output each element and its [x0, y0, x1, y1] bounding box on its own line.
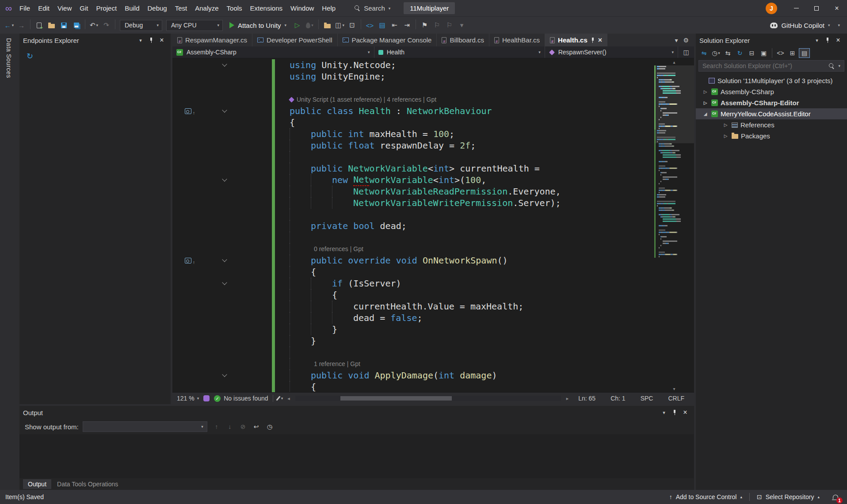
menu-window[interactable]: Window: [286, 0, 318, 16]
tab-package-manager-console[interactable]: Package Manager Console: [338, 34, 437, 46]
code-cleanup-button[interactable]: ▾: [278, 396, 283, 401]
menu-debug[interactable]: Debug: [143, 0, 171, 16]
code-line[interactable]: [172, 82, 654, 94]
tab-healthbar-cs[interactable]: HealthBar.cs: [489, 34, 545, 46]
pin-icon[interactable]: [669, 410, 680, 415]
save-all-icon[interactable]: [71, 19, 82, 31]
code-line[interactable]: 1 reference | Gpt: [172, 358, 654, 370]
code-line[interactable]: }: [172, 324, 654, 335]
minimap[interactable]: [654, 65, 694, 385]
chevron-down-icon[interactable]: ▾: [812, 38, 822, 43]
view-code-icon[interactable]: <>: [364, 19, 375, 31]
add-to-source-control-button[interactable]: ↑ Add to Source Control ▴: [665, 493, 747, 500]
toolbar-overflow-icon[interactable]: ▾: [838, 23, 840, 27]
menu-help[interactable]: Help: [318, 0, 340, 16]
code-line[interactable]: {: [172, 381, 654, 392]
menu-edit[interactable]: Edit: [34, 0, 53, 16]
view-designer-icon[interactable]: ▤: [377, 19, 388, 31]
chevron-down-icon[interactable]: ▾: [135, 38, 146, 43]
tree-item-assembly-csharp-editor[interactable]: ▷Assembly-CSharp-Editor: [696, 97, 847, 108]
active-files-dropdown-icon[interactable]: ▾: [675, 37, 678, 44]
pin-icon[interactable]: [146, 38, 156, 43]
code-line[interactable]: NetworkVariableWritePermission.Server);: [172, 197, 654, 209]
history-icon[interactable]: ◷: [264, 422, 275, 431]
spaces-indicator[interactable]: SPC: [635, 395, 659, 402]
code-line[interactable]: dead = false;: [172, 312, 654, 324]
code-line[interactable]: public NetworkVariable<int> currentHealt…: [172, 163, 654, 174]
code-line[interactable]: 0 references | Gpt: [172, 243, 654, 255]
code-pane[interactable]: using Unity.Netcode;using UnityEngine;Un…: [172, 58, 654, 392]
tab-settings-gear-icon[interactable]: ⚙: [683, 37, 689, 44]
tab-billboard-cs[interactable]: Billboard.cs: [437, 34, 489, 46]
view-code-icon[interactable]: <>: [775, 48, 786, 58]
tree-item-solution-11multiplayer-3-of-3-projects-[interactable]: Solution '11Multiplayer' (3 of 3 project…: [696, 75, 847, 86]
member-dropdown[interactable]: RespawnServer() ▾: [545, 46, 678, 58]
menu-git[interactable]: Git: [76, 0, 92, 16]
code-line[interactable]: using UnityEngine;: [172, 71, 654, 82]
data-sources-tab[interactable]: Data Sources: [5, 38, 12, 490]
fold-chevron-icon[interactable]: [222, 107, 227, 112]
issues-indicator[interactable]: ✓ No issues found: [214, 395, 268, 402]
show-all-files-icon[interactable]: ⊞: [787, 48, 798, 58]
solution-search-box[interactable]: ▾: [698, 60, 844, 72]
refresh-icon[interactable]: ↻: [734, 48, 745, 58]
horizontal-scrollbar[interactable]: [295, 396, 561, 401]
scroll-right-icon[interactable]: ▸: [566, 396, 569, 401]
close-icon[interactable]: ×: [156, 37, 167, 44]
line-ending-indicator[interactable]: CRLF: [663, 395, 690, 402]
code-line[interactable]: {: [172, 289, 654, 301]
type-dropdown[interactable]: Health ▾: [374, 46, 545, 58]
tab-developer-powershell[interactable]: Developer PowerShell: [252, 34, 337, 46]
expander-icon[interactable]: ▷: [702, 100, 709, 105]
pin-icon[interactable]: [591, 38, 595, 43]
minimize-button[interactable]: [786, 0, 806, 16]
tree-item-merryyellow-codeassist-editor[interactable]: ◢MerryYellow.CodeAssist.Editor: [696, 108, 847, 119]
output-tab-output[interactable]: Output: [23, 479, 51, 489]
menu-build[interactable]: Build: [121, 0, 143, 16]
codelens-text[interactable]: 0 references | Gpt: [314, 243, 363, 255]
attach-to-unity-button[interactable]: Attach to Unity ▾: [225, 22, 290, 29]
configuration-dropdown[interactable]: Debug ▾: [120, 20, 162, 31]
menu-project[interactable]: Project: [92, 0, 121, 16]
code-line[interactable]: if (IsServer): [172, 278, 654, 289]
code-line[interactable]: public void ApplyDamage(int damage): [172, 370, 654, 381]
collapse-all-icon[interactable]: ⊟: [746, 48, 757, 58]
code-line[interactable]: public class Health : NetworkBehaviour: [172, 105, 654, 117]
switch-views-icon[interactable]: ⇋: [698, 48, 710, 58]
tab-respawnmanager-cs[interactable]: RespawnManager.cs: [172, 34, 252, 46]
nav-back-icon[interactable]: ←▾: [4, 19, 15, 31]
refresh-icon[interactable]: ↻: [27, 52, 33, 61]
scroll-up-icon[interactable]: ▴: [654, 58, 694, 65]
window-layout-icon[interactable]: ◫▾: [334, 19, 345, 31]
maximize-button[interactable]: [806, 0, 827, 16]
tree-item-assembly-csharp[interactable]: ▷Assembly-CSharp: [696, 86, 847, 97]
github-copilot-button[interactable]: GitHub Copilot ▾ ▾: [770, 22, 843, 29]
codelens-text[interactable]: Unity Script (1 asset reference) | 4 ref…: [297, 94, 436, 105]
sync-with-active-document-icon[interactable]: ⇆: [722, 48, 733, 58]
bookmark-toggle-icon[interactable]: ⚑: [419, 19, 430, 31]
code-line[interactable]: currentHealth.Value = maxHealth;: [172, 301, 654, 312]
close-icon[interactable]: ×: [680, 409, 691, 416]
menu-extensions[interactable]: Extensions: [246, 0, 286, 16]
expander-icon[interactable]: ◢: [702, 111, 709, 116]
search-box[interactable]: Search ▾: [350, 3, 395, 13]
output-tab-data-tools-operations[interactable]: Data Tools Operations: [52, 479, 123, 489]
open-folder-icon[interactable]: [46, 19, 57, 31]
code-line[interactable]: [172, 209, 654, 220]
fold-chevron-icon[interactable]: [222, 257, 227, 262]
undo-icon[interactable]: ↶▾: [88, 19, 99, 31]
close-icon[interactable]: ×: [833, 37, 843, 44]
menu-file[interactable]: File: [15, 0, 34, 16]
pin-icon[interactable]: [822, 38, 833, 43]
start-without-debugging-icon[interactable]: ▷: [292, 19, 303, 31]
chevron-down-icon[interactable]: ▾: [659, 410, 669, 416]
code-line[interactable]: public float respawnDelay = 2f;: [172, 140, 654, 151]
tree-item-packages[interactable]: ▷Packages: [696, 130, 847, 141]
code-line[interactable]: private bool dead;: [172, 220, 654, 232]
close-button[interactable]: ×: [827, 0, 847, 16]
code-assist-marker-icon[interactable]: [185, 258, 191, 263]
pending-changes-filter-icon[interactable]: ◷▾: [710, 48, 721, 58]
project-dropdown[interactable]: Assembly-CSharp ▾: [172, 46, 374, 58]
scroll-down-icon[interactable]: ▾: [654, 385, 694, 392]
code-assist-marker-icon[interactable]: [185, 108, 191, 114]
